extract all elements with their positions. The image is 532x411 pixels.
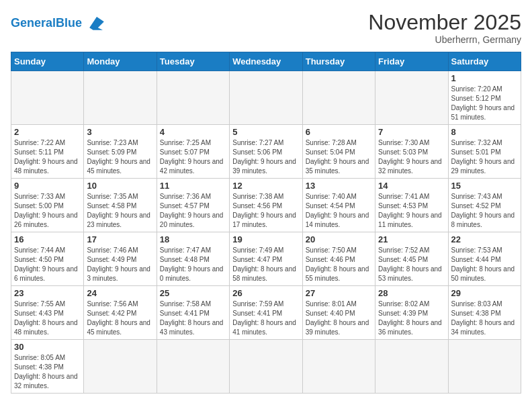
header: GeneralBlue November 2025 Uberherrn, Ger… <box>11 11 521 45</box>
day-info: Sunrise: 7:35 AM Sunset: 4:58 PM Dayligh… <box>87 192 153 230</box>
calendar-cell: 13Sunrise: 7:40 AM Sunset: 4:54 PM Dayli… <box>302 179 375 232</box>
calendar-cell <box>11 71 84 125</box>
calendar-cell <box>157 340 229 394</box>
day-number: 4 <box>160 127 226 137</box>
calendar-cell: 18Sunrise: 7:47 AM Sunset: 4:48 PM Dayli… <box>157 232 229 286</box>
day-number: 7 <box>378 127 445 137</box>
day-number: 20 <box>306 234 372 244</box>
day-number: 13 <box>306 181 372 191</box>
day-info: Sunrise: 7:53 AM Sunset: 4:44 PM Dayligh… <box>451 246 518 283</box>
day-info: Sunrise: 7:47 AM Sunset: 4:48 PM Dayligh… <box>160 246 226 283</box>
calendar-cell: 15Sunrise: 7:43 AM Sunset: 4:52 PM Dayli… <box>448 179 521 232</box>
calendar-cell: 8Sunrise: 7:32 AM Sunset: 5:01 PM Daylig… <box>448 125 521 179</box>
day-info: Sunrise: 7:58 AM Sunset: 4:41 PM Dayligh… <box>160 300 226 337</box>
calendar-cell: 6Sunrise: 7:28 AM Sunset: 5:04 PM Daylig… <box>302 125 375 179</box>
calendar-cell: 12Sunrise: 7:38 AM Sunset: 4:56 PM Dayli… <box>230 179 302 232</box>
calendar-table: SundayMondayTuesdayWednesdayThursdayFrid… <box>11 52 521 394</box>
day-info: Sunrise: 7:20 AM Sunset: 5:12 PM Dayligh… <box>451 85 518 122</box>
calendar-cell <box>84 71 157 125</box>
day-info: Sunrise: 7:46 AM Sunset: 4:49 PM Dayligh… <box>87 246 153 283</box>
svg-marker-0 <box>89 17 104 30</box>
calendar-cell: 27Sunrise: 8:01 AM Sunset: 4:40 PM Dayli… <box>302 286 375 340</box>
calendar-cell: 21Sunrise: 7:52 AM Sunset: 4:45 PM Dayli… <box>375 232 448 286</box>
calendar-cell: 9Sunrise: 7:33 AM Sunset: 5:00 PM Daylig… <box>11 179 84 232</box>
calendar-cell: 4Sunrise: 7:25 AM Sunset: 5:07 PM Daylig… <box>157 125 229 179</box>
day-number: 26 <box>232 288 299 298</box>
calendar-cell: 28Sunrise: 8:02 AM Sunset: 4:39 PM Dayli… <box>375 286 448 340</box>
logo: GeneralBlue <box>11 11 109 35</box>
day-info: Sunrise: 7:28 AM Sunset: 5:04 PM Dayligh… <box>306 138 372 176</box>
calendar-cell <box>375 71 448 125</box>
day-number: 21 <box>378 234 445 244</box>
day-info: Sunrise: 7:38 AM Sunset: 4:56 PM Dayligh… <box>232 192 299 230</box>
day-number: 25 <box>160 288 226 298</box>
calendar-cell <box>157 71 229 125</box>
calendar-header-tuesday: Tuesday <box>157 52 229 71</box>
calendar-cell: 14Sunrise: 7:41 AM Sunset: 4:53 PM Dayli… <box>375 179 448 232</box>
day-info: Sunrise: 7:30 AM Sunset: 5:03 PM Dayligh… <box>378 138 445 176</box>
week-row-3: 16Sunrise: 7:44 AM Sunset: 4:50 PM Dayli… <box>11 232 521 286</box>
day-info: Sunrise: 7:43 AM Sunset: 4:52 PM Dayligh… <box>451 192 518 230</box>
calendar-cell: 5Sunrise: 7:27 AM Sunset: 5:06 PM Daylig… <box>230 125 302 179</box>
day-info: Sunrise: 7:52 AM Sunset: 4:45 PM Dayligh… <box>378 246 445 283</box>
day-number: 22 <box>451 234 518 244</box>
day-number: 3 <box>87 127 153 137</box>
calendar-cell: 25Sunrise: 7:58 AM Sunset: 4:41 PM Dayli… <box>157 286 229 340</box>
day-number: 29 <box>451 288 518 298</box>
day-number: 12 <box>232 181 299 191</box>
calendar-cell <box>84 340 157 394</box>
day-info: Sunrise: 7:22 AM Sunset: 5:11 PM Dayligh… <box>14 138 81 176</box>
day-number: 27 <box>306 288 372 298</box>
day-info: Sunrise: 7:55 AM Sunset: 4:43 PM Dayligh… <box>14 300 81 337</box>
calendar-header-friday: Friday <box>375 52 448 71</box>
day-info: Sunrise: 7:33 AM Sunset: 5:00 PM Dayligh… <box>14 192 81 230</box>
calendar-cell <box>230 340 302 394</box>
calendar-cell: 30Sunrise: 8:05 AM Sunset: 4:38 PM Dayli… <box>11 340 84 394</box>
calendar-cell: 3Sunrise: 7:23 AM Sunset: 5:09 PM Daylig… <box>84 125 157 179</box>
day-info: Sunrise: 7:27 AM Sunset: 5:06 PM Dayligh… <box>232 138 299 176</box>
calendar-cell: 29Sunrise: 8:03 AM Sunset: 4:38 PM Dayli… <box>448 286 521 340</box>
calendar-cell: 19Sunrise: 7:49 AM Sunset: 4:47 PM Dayli… <box>230 232 302 286</box>
day-number: 15 <box>451 181 518 191</box>
calendar-header-sunday: Sunday <box>11 52 84 71</box>
calendar-cell: 7Sunrise: 7:30 AM Sunset: 5:03 PM Daylig… <box>375 125 448 179</box>
calendar-cell: 10Sunrise: 7:35 AM Sunset: 4:58 PM Dayli… <box>84 179 157 232</box>
calendar-cell <box>230 71 302 125</box>
day-info: Sunrise: 7:25 AM Sunset: 5:07 PM Dayligh… <box>160 138 226 176</box>
title-block: November 2025 Uberherrn, Germany <box>368 11 521 45</box>
day-info: Sunrise: 7:41 AM Sunset: 4:53 PM Dayligh… <box>378 192 445 230</box>
calendar-cell <box>302 71 375 125</box>
day-info: Sunrise: 8:01 AM Sunset: 4:40 PM Dayligh… <box>306 300 372 337</box>
calendar-cell: 24Sunrise: 7:56 AM Sunset: 4:42 PM Dayli… <box>84 286 157 340</box>
day-info: Sunrise: 7:36 AM Sunset: 4:57 PM Dayligh… <box>160 192 226 230</box>
week-row-2: 9Sunrise: 7:33 AM Sunset: 5:00 PM Daylig… <box>11 179 521 232</box>
calendar-header-monday: Monday <box>84 52 157 71</box>
calendar-cell: 16Sunrise: 7:44 AM Sunset: 4:50 PM Dayli… <box>11 232 84 286</box>
calendar-header-row: SundayMondayTuesdayWednesdayThursdayFrid… <box>11 52 521 71</box>
day-number: 23 <box>14 288 81 298</box>
day-info: Sunrise: 7:23 AM Sunset: 5:09 PM Dayligh… <box>87 138 153 176</box>
calendar-cell: 11Sunrise: 7:36 AM Sunset: 4:57 PM Dayli… <box>157 179 229 232</box>
day-info: Sunrise: 8:02 AM Sunset: 4:39 PM Dayligh… <box>378 300 445 337</box>
logo-text: GeneralBlue <box>11 17 82 29</box>
week-row-1: 2Sunrise: 7:22 AM Sunset: 5:11 PM Daylig… <box>11 125 521 179</box>
day-info: Sunrise: 7:32 AM Sunset: 5:01 PM Dayligh… <box>451 138 518 176</box>
calendar-header-saturday: Saturday <box>448 52 521 71</box>
day-number: 19 <box>232 234 299 244</box>
day-number: 9 <box>14 181 81 191</box>
day-info: Sunrise: 7:44 AM Sunset: 4:50 PM Dayligh… <box>14 246 81 283</box>
calendar-cell <box>302 340 375 394</box>
week-row-5: 30Sunrise: 8:05 AM Sunset: 4:38 PM Dayli… <box>11 340 521 394</box>
day-info: Sunrise: 7:50 AM Sunset: 4:46 PM Dayligh… <box>306 246 372 283</box>
day-number: 24 <box>87 288 153 298</box>
day-number: 10 <box>87 181 153 191</box>
day-number: 14 <box>378 181 445 191</box>
day-number: 8 <box>451 127 518 137</box>
day-number: 5 <box>232 127 299 137</box>
day-number: 6 <box>306 127 372 137</box>
logo-blue: Blue <box>56 16 82 30</box>
month-title: November 2025 <box>368 11 521 34</box>
day-info: Sunrise: 7:56 AM Sunset: 4:42 PM Dayligh… <box>87 300 153 337</box>
day-info: Sunrise: 7:59 AM Sunset: 4:41 PM Dayligh… <box>232 300 299 337</box>
calendar-cell: 2Sunrise: 7:22 AM Sunset: 5:11 PM Daylig… <box>11 125 84 179</box>
